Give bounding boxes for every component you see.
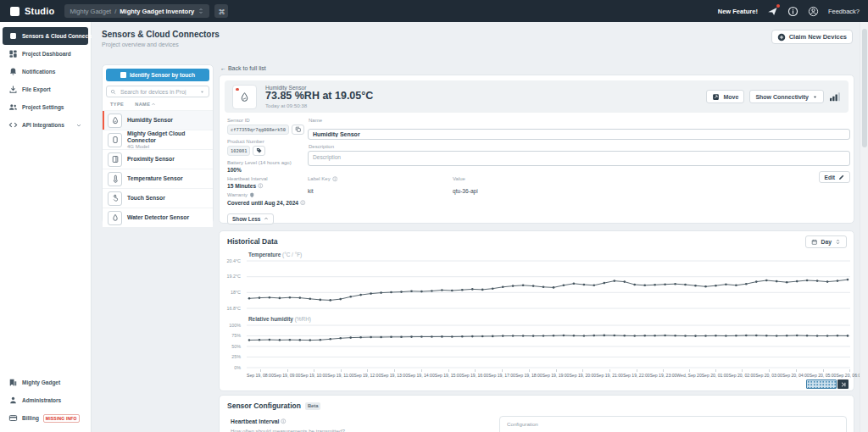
help-button[interactable] (787, 6, 798, 17)
battery-label: Battery Level (14 hours ago) (227, 160, 305, 165)
move-button[interactable]: Move (706, 90, 744, 103)
sidebar-item-project-dashboard[interactable]: Project Dashboard (3, 45, 88, 63)
sidebar-item-billing[interactable]: BillingMISSING INFO (3, 409, 88, 427)
touch-icon (111, 194, 120, 202)
device-row-text: Temperature Sensor (127, 175, 183, 182)
search-filter-caret-icon[interactable] (199, 89, 205, 95)
device-row[interactable]: Humidity Sensor (103, 110, 213, 130)
device-row[interactable]: Proximity Sensor (103, 149, 213, 169)
info-icon[interactable] (281, 418, 287, 424)
feedback-link[interactable]: Feedback? (828, 8, 860, 15)
sidebar-item-file-export[interactable]: File Export (3, 80, 88, 98)
chevron-up-icon (264, 216, 269, 221)
y-axis-tick-label: 0% (234, 365, 241, 370)
x-axis-tick-label: Sep 19, 16:00 (461, 370, 488, 378)
product-number-label: Product Number (227, 139, 305, 144)
configuration-box: Configuration (499, 416, 847, 432)
device-search-input[interactable] (119, 88, 197, 96)
breadcrumb-org[interactable]: Mighty Gadget (70, 8, 111, 15)
column-name-sort[interactable]: NAME (135, 102, 156, 107)
sidebar-item-label: Administrators (22, 397, 61, 403)
chart-scroll-control (806, 379, 849, 389)
range-spinner-icon (835, 239, 841, 245)
sidebar-item-api-integrations[interactable]: API Integrations (3, 116, 88, 134)
top-bar: Studio Mighty Gadget / Mighty Gadget Inv… (0, 0, 868, 22)
name-input[interactable] (308, 129, 850, 140)
x-axis-tick-label: Sep 19, 08:00 (247, 370, 274, 378)
sidebar-item-label: Notifications (22, 69, 55, 75)
shield-icon (249, 192, 255, 198)
product-tag-button[interactable] (253, 146, 265, 156)
sidebar-item-sensors-cloud-connectors[interactable]: Sensors & Cloud Connectors (3, 27, 88, 45)
x-axis-tick-label: Sep 19, 20:00 (569, 370, 596, 378)
breadcrumb[interactable]: Mighty Gadget / Mighty Gadget Inventory (64, 4, 209, 18)
temperature-chart: Temperature (°C / °F) 20.4°C19.2°C18°C16… (220, 252, 850, 309)
proximity-icon (111, 155, 120, 163)
account-button[interactable] (808, 6, 819, 17)
account-icon (808, 6, 819, 17)
x-axis-tick-label: Sep 20, 01:00 (702, 370, 729, 378)
sensor-form: Name Description Edit Label Key Value ki… (308, 118, 850, 194)
device-type-tile (108, 133, 122, 147)
water-icon (111, 213, 120, 222)
x-axis-tick-label: Wed, Sep 20 (676, 370, 701, 378)
announcements-button[interactable] (767, 6, 778, 17)
page-subtitle: Project overview and devices (102, 42, 179, 47)
sidebar-item-administrators[interactable]: Administrators (3, 391, 88, 409)
scrollbar-thumb[interactable] (862, 29, 867, 147)
breadcrumb-project[interactable]: Mighty Gadget Inventory (120, 8, 194, 15)
jump-to-latest-button[interactable] (837, 379, 849, 389)
info-icon[interactable] (332, 176, 338, 182)
y-axis-tick-label: 75% (231, 333, 241, 338)
identify-sensor-button[interactable]: Identify Sensor by touch (106, 69, 209, 81)
show-connectivity-button[interactable]: Show Connectivity (749, 90, 824, 103)
x-axis-tick-label: Sep 19, 09:00 (274, 370, 301, 378)
sidebar-item-label: Sensors & Cloud Connectors (22, 33, 98, 39)
signal-strength-icon[interactable] (829, 91, 841, 102)
device-type-tile (108, 211, 122, 225)
temperature-plot (247, 260, 850, 309)
edit-labels-button[interactable]: Edit (819, 171, 850, 183)
edit-label: Edit (825, 174, 835, 180)
device-row-text: Touch Sensor (127, 195, 165, 202)
device-row[interactable]: Touch Sensor (103, 188, 213, 208)
device-row-text: Water Detector Sensor (127, 214, 189, 221)
device-row[interactable]: Temperature Sensor (103, 169, 213, 188)
identify-sensor-label: Identify Sensor by touch (130, 72, 195, 78)
show-less-button[interactable]: Show Less (227, 213, 274, 224)
temperature-chart-title: Temperature (°C / °F) (248, 252, 302, 258)
info-icon[interactable] (258, 183, 264, 189)
sidebar-item-label: Project Dashboard (22, 51, 71, 57)
sidebar-item-mighty-gadget[interactable]: Mighty Gadget (3, 374, 88, 391)
chart-scrollbar-thumb[interactable] (806, 379, 837, 389)
warranty-label: Warranty (227, 192, 305, 198)
time-range-selector[interactable]: Day (805, 235, 847, 248)
x-axis-tick-label: Sep 19, 17:00 (488, 370, 515, 378)
back-to-full-list-link[interactable]: ← Back to full list (220, 65, 266, 71)
x-axis-tick-label: Sep 19, 10:00 (300, 370, 327, 378)
sidebar-item-project-settings[interactable]: Project Settings (3, 98, 88, 116)
historical-data-title: Historical Data (227, 237, 278, 246)
label-value: qtu-36-api (453, 188, 478, 194)
sensor-summary-text: Humidity Sensor 73.85 %RH at 19.05°C Tod… (265, 85, 373, 108)
device-type-tile (108, 191, 122, 206)
info-icon[interactable] (300, 200, 306, 206)
device-search[interactable] (106, 86, 209, 97)
new-feature-label[interactable]: New Feature! (718, 8, 758, 15)
sidebar-item-label: File Export (22, 86, 51, 92)
device-list-panel: Identify Sensor by touch TYPE NAME Humid… (102, 64, 214, 224)
y-axis-tick-label: 19.2°C (226, 274, 241, 279)
heartbeat-label: Heartbeat Interval (227, 176, 305, 181)
description-input[interactable] (308, 151, 850, 166)
copy-sensor-id-button[interactable] (292, 125, 304, 135)
sensor-icon-tile (232, 85, 257, 109)
sidebar-item-notifications[interactable]: Notifications (3, 63, 88, 80)
sensor-configuration-title: Sensor Configuration (227, 402, 301, 410)
command-palette-button[interactable]: ⌘ (214, 4, 228, 18)
device-row[interactable]: Mighty Gadget Cloud Connector4G Model (103, 130, 213, 149)
sort-ascending-icon (151, 102, 156, 107)
device-name: Mighty Gadget Cloud Connector (127, 130, 208, 144)
device-row[interactable]: Water Detector Sensor (103, 208, 213, 227)
claim-new-devices-button[interactable]: Claim New Devices (771, 30, 853, 44)
x-axis-tick-label: Sep 19, 15:00 (435, 370, 462, 378)
